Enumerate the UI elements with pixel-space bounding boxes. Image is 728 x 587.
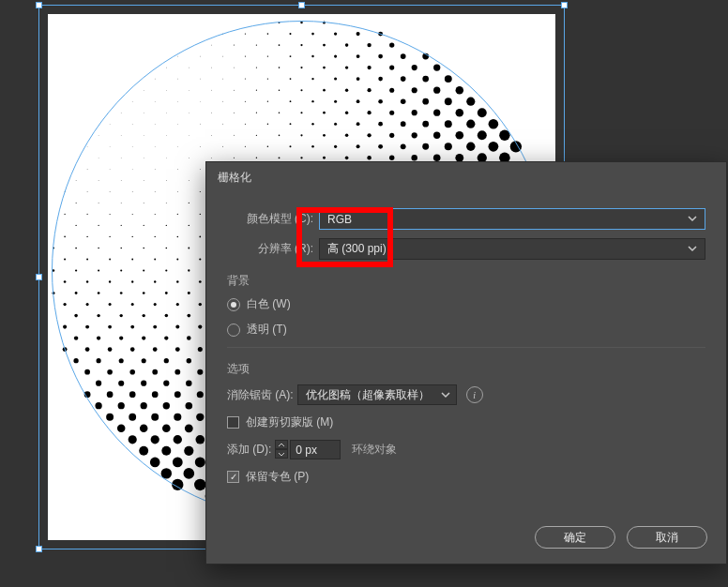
stepper-up[interactable]: [275, 440, 288, 449]
resize-handle[interactable]: [298, 2, 305, 8]
stepper-down[interactable]: [275, 449, 288, 459]
preserve-spot-checkbox[interactable]: [227, 471, 239, 483]
info-icon[interactable]: i: [466, 386, 483, 403]
background-section-title: 背景: [227, 273, 705, 289]
color-model-value: RGB: [327, 213, 352, 226]
resolution-label: 分辨率 (R):: [227, 241, 313, 257]
background-white-label: 白色 (W): [247, 296, 291, 312]
resolution-value: 高 (300 ppi): [327, 241, 387, 257]
chevron-down-icon: [688, 213, 697, 227]
resize-handle[interactable]: [561, 2, 568, 8]
dialog-title: 栅格化: [206, 162, 726, 193]
antialias-dropdown[interactable]: 优化图稿（超像素取样）: [297, 384, 457, 405]
add-value-input[interactable]: 0 px: [290, 440, 341, 459]
resolution-dropdown[interactable]: 高 (300 ppi): [319, 238, 705, 260]
resize-handle[interactable]: [36, 546, 42, 552]
background-transparent-radio[interactable]: [227, 324, 240, 337]
antialias-label: 消除锯齿 (A):: [227, 387, 294, 403]
ok-button[interactable]: 确定: [535, 526, 615, 549]
cancel-button[interactable]: 取消: [627, 526, 707, 549]
background-transparent-label: 透明 (T): [247, 322, 287, 338]
chevron-down-icon: [688, 243, 697, 257]
divider: [227, 347, 705, 348]
clipping-mask-checkbox[interactable]: [227, 416, 239, 429]
options-section-title: 选项: [227, 361, 705, 377]
add-suffix: 环绕对象: [352, 442, 397, 458]
add-label: 添加 (D):: [227, 442, 271, 458]
resize-handle[interactable]: [36, 2, 42, 8]
preserve-spot-label: 保留专色 (P): [246, 469, 309, 485]
rasterize-dialog: 栅格化 颜色模型 (C): RGB 分辨率 (R): 高 (300 ppi) 背…: [205, 161, 727, 564]
resize-handle[interactable]: [36, 274, 42, 280]
chevron-down-icon: [441, 389, 450, 403]
color-model-dropdown[interactable]: RGB: [319, 208, 705, 230]
clipping-mask-label: 创建剪切蒙版 (M): [246, 414, 333, 430]
antialias-value: 优化图稿（超像素取样）: [306, 387, 430, 403]
background-white-radio[interactable]: [227, 298, 240, 311]
color-model-label: 颜色模型 (C):: [227, 211, 313, 227]
